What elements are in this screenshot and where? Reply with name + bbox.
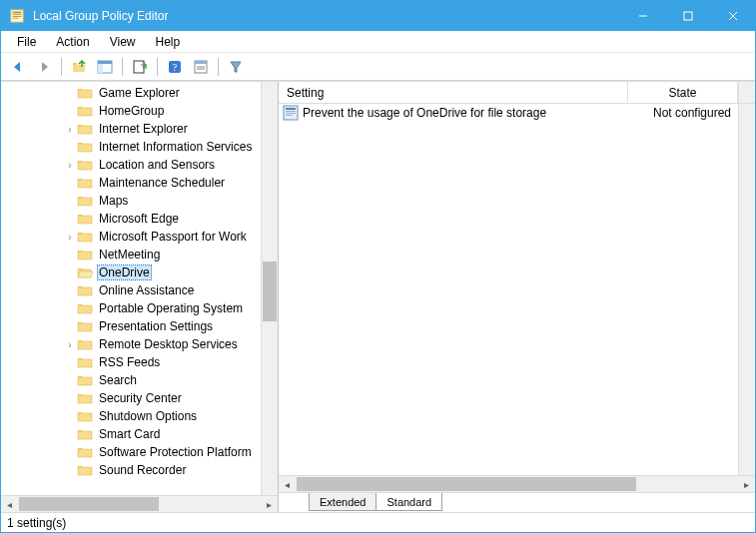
tree-item[interactable]: Online Assistance — [61, 281, 278, 299]
tree-item-label: Game Explorer — [97, 86, 182, 100]
expand-chevron-icon[interactable]: › — [63, 160, 77, 171]
toolbar-separator — [122, 58, 123, 76]
folder-icon — [77, 355, 93, 369]
scrollbar-corner — [738, 82, 755, 103]
tabstrip: Extended Standard — [279, 492, 755, 512]
minimize-button[interactable] — [620, 1, 665, 31]
tree-item-label: Maps — [97, 194, 130, 208]
tree-item[interactable]: Maps — [61, 192, 278, 210]
tree-item[interactable]: Security Center — [61, 389, 278, 407]
menu-file[interactable]: File — [7, 33, 46, 51]
show-hide-tree-button[interactable] — [94, 56, 116, 78]
tree-item-label: Smart Card — [97, 427, 162, 441]
content: Game ExplorerHomeGroup›Internet Explorer… — [1, 81, 755, 512]
tree-item[interactable]: ›Microsoft Passport for Work — [61, 228, 278, 246]
expand-chevron-icon[interactable]: › — [63, 232, 77, 243]
tree-item[interactable]: Smart Card — [61, 425, 278, 443]
tree-item-label: Remote Desktop Services — [97, 337, 240, 351]
tree-item[interactable]: Maintenance Scheduler — [61, 174, 278, 192]
tree-item-label: Microsoft Edge — [97, 212, 181, 226]
properties-button[interactable] — [190, 56, 212, 78]
help-button[interactable]: ? — [164, 56, 186, 78]
maximize-button[interactable] — [665, 1, 710, 31]
window-title: Local Group Policy Editor — [33, 9, 620, 23]
forward-button[interactable] — [33, 56, 55, 78]
up-button[interactable] — [68, 56, 90, 78]
tree-item[interactable]: Portable Operating System — [61, 299, 278, 317]
tree-item-label: OneDrive — [97, 265, 152, 280]
tree-body[interactable]: Game ExplorerHomeGroup›Internet Explorer… — [1, 82, 278, 495]
toolbar: ? — [1, 53, 755, 81]
tree-item-label: NetMeeting — [97, 248, 162, 262]
scroll-right-icon[interactable]: ▸ — [261, 496, 278, 512]
tree-horizontal-scrollbar[interactable]: ◂ ▸ — [1, 495, 278, 512]
status-text: 1 setting(s) — [7, 516, 66, 530]
tree-item[interactable]: RSS Feeds — [61, 353, 278, 371]
scroll-left-icon[interactable]: ◂ — [1, 496, 18, 512]
list-header: Setting State — [279, 82, 755, 104]
tree-item-label: Sound Recorder — [97, 463, 188, 477]
svg-rect-6 — [684, 12, 692, 20]
scrollbar-thumb[interactable] — [263, 262, 277, 321]
scroll-left-icon[interactable]: ◂ — [279, 476, 296, 492]
scroll-right-icon[interactable]: ▸ — [738, 476, 755, 492]
list-horizontal-scrollbar[interactable]: ◂ ▸ — [279, 475, 755, 492]
column-header-setting[interactable]: Setting — [279, 82, 628, 103]
tree-item-label: Search — [97, 373, 139, 387]
tree-item-label: RSS Feeds — [97, 355, 162, 369]
export-list-button[interactable] — [129, 56, 151, 78]
svg-rect-12 — [98, 64, 103, 73]
menu-help[interactable]: Help — [146, 33, 191, 51]
tree-item-label: Internet Information Services — [97, 140, 254, 154]
list-pane: Setting State Prevent the usage of OneDr… — [279, 82, 755, 512]
tree-item[interactable]: Microsoft Edge — [61, 210, 278, 228]
tree-vertical-scrollbar[interactable] — [261, 82, 278, 495]
tree-item-label: Maintenance Scheduler — [97, 176, 227, 190]
tree-item-label: Online Assistance — [97, 283, 196, 297]
svg-rect-4 — [13, 18, 19, 19]
tree-item-label: Security Center — [97, 391, 184, 405]
list-body[interactable]: Prevent the usage of OneDrive for file s… — [279, 104, 755, 475]
tree-item[interactable]: OneDrive — [61, 264, 278, 281]
tree-item[interactable]: Presentation Settings — [61, 317, 278, 335]
titlebar: Local Group Policy Editor — [1, 1, 755, 31]
setting-name: Prevent the usage of OneDrive for file s… — [303, 106, 546, 120]
menu-view[interactable]: View — [100, 33, 146, 51]
scrollbar-thumb[interactable] — [297, 477, 636, 491]
expand-chevron-icon[interactable]: › — [63, 124, 77, 135]
back-button[interactable] — [7, 56, 29, 78]
tree-item[interactable]: ›Internet Explorer — [61, 120, 278, 138]
folder-icon — [77, 194, 93, 208]
toolbar-separator — [61, 58, 62, 76]
list-vertical-scrollbar[interactable] — [738, 104, 755, 475]
tree-item[interactable]: ›Location and Sensors — [61, 156, 278, 174]
list-item[interactable]: Prevent the usage of OneDrive for file s… — [279, 104, 755, 122]
folder-icon — [77, 140, 93, 154]
folder-icon — [77, 391, 93, 405]
svg-rect-22 — [286, 111, 296, 112]
folder-icon — [77, 248, 93, 262]
close-button[interactable] — [710, 1, 755, 31]
tree-item[interactable]: Shutdown Options — [61, 407, 278, 425]
filter-button[interactable] — [225, 56, 247, 78]
folder-icon — [77, 301, 93, 315]
tree-item[interactable]: Internet Information Services — [61, 138, 278, 156]
tree-item[interactable]: Game Explorer — [61, 84, 278, 102]
tree-item[interactable]: NetMeeting — [61, 246, 278, 264]
tree-item-label: Location and Sensors — [97, 158, 217, 172]
tree-item[interactable]: HomeGroup — [61, 102, 278, 120]
tree-item[interactable]: Software Protection Platform — [61, 443, 278, 461]
toolbar-separator — [218, 58, 219, 76]
menu-action[interactable]: Action — [46, 33, 99, 51]
folder-icon — [77, 86, 93, 100]
expand-chevron-icon[interactable]: › — [63, 339, 77, 350]
tree-item[interactable]: Sound Recorder — [61, 461, 278, 479]
scrollbar-thumb[interactable] — [19, 497, 159, 511]
tab-extended[interactable]: Extended — [309, 493, 377, 511]
svg-rect-2 — [13, 14, 22, 15]
folder-icon — [77, 104, 93, 118]
tree-item[interactable]: Search — [61, 371, 278, 389]
tab-standard[interactable]: Standard — [376, 493, 442, 511]
tree-item[interactable]: ›Remote Desktop Services — [61, 335, 278, 353]
column-header-state[interactable]: State — [628, 82, 738, 103]
